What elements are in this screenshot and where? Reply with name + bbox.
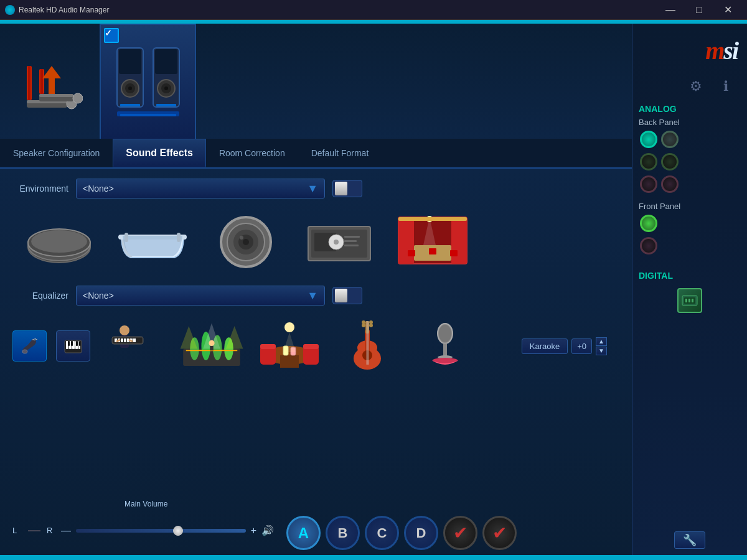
right-sidebar: msi ⚙ ℹ ANALOG Back Panel [632,24,747,560]
env-icon-speaker[interactable] [205,214,286,270]
env-icon-bathtub[interactable] [112,214,193,270]
svg-marker-89 [181,326,198,349]
speaker-icon: 🔊 [261,525,274,536]
volume-row: L R — + 🔊 [12,525,274,536]
check-btn-1[interactable]: ✔ [443,516,477,550]
karaoke-control: Karaoke +0 ▲ ▼ [522,337,607,355]
eq-scene-guitar[interactable] [333,321,402,371]
info-icon-btn[interactable]: ℹ [716,77,736,96]
svg-rect-69 [76,341,78,346]
digital-section: DIGITAL [639,268,741,318]
back-port-green-1[interactable] [640,153,657,170]
svg-rect-98 [260,344,276,349]
environment-row: Environment <None> ▼ [12,179,619,198]
svg-rect-78 [124,338,126,342]
digital-port[interactable] [677,288,702,313]
eq-scene-dj[interactable] [100,321,168,371]
svg-rect-6 [40,69,43,94]
back-panel-row-1 [639,128,741,151]
environment-icon-grid [19,208,619,276]
svg-rect-49 [398,217,414,264]
toggle-thumb [335,182,347,195]
back-port-teal-inactive[interactable] [661,131,679,148]
svg-point-16 [128,86,132,90]
karaoke-value: +0 [571,338,592,354]
tab-sound-effects[interactable]: Sound Effects [113,139,206,167]
env-icon-theater[interactable] [392,214,473,270]
svg-rect-1 [28,66,31,100]
vol-l-label: L [12,526,22,535]
volume-increase-btn[interactable]: + [251,525,256,536]
front-port-pink[interactable] [640,237,657,254]
btn-d[interactable]: D [404,516,438,550]
svg-point-93 [209,340,214,346]
back-port-green-2[interactable] [661,153,679,170]
svg-point-116 [362,324,365,327]
volume-track[interactable] [76,529,246,533]
close-button[interactable]: ✕ [713,0,742,20]
equalizer-dropdown[interactable]: <None> ▼ [76,286,325,306]
main-window: Speaker Configuration Sound Effects Room… [0,24,747,560]
back-port-teal-active[interactable] [640,131,657,148]
minimize-button[interactable]: — [656,0,685,20]
cable-device-icon[interactable] [6,49,96,139]
env-icon-box[interactable] [299,214,380,270]
back-port-pair-pink [640,175,679,193]
karaoke-arrows: ▲ ▼ [596,337,607,355]
front-port-green-active[interactable] [640,215,657,232]
check-btn-2[interactable]: ✔ [482,516,517,550]
eq-mode-piano-btn[interactable] [56,330,90,362]
btn-a[interactable]: A [286,516,321,550]
karaoke-down-arrow[interactable]: ▼ [596,347,607,355]
svg-marker-104 [283,332,296,352]
eq-scene-karaoke[interactable] [411,321,479,371]
svg-point-119 [439,325,451,342]
svg-rect-120 [443,343,447,356]
environment-label: Environment [12,184,68,194]
eq-icon-grid [12,315,479,377]
svg-rect-77 [121,338,123,342]
btn-b[interactable]: B [326,516,360,550]
svg-rect-127 [692,299,693,302]
env-icon-stone[interactable] [19,214,100,270]
settings-icon-btn[interactable]: ⚙ [686,77,706,96]
dropdown-arrow-icon: ▼ [307,182,318,195]
karaoke-up-arrow[interactable]: ▲ [596,337,607,346]
svg-rect-100 [303,344,319,349]
eq-scene-concert[interactable] [177,321,246,371]
svg-rect-53 [429,248,436,254]
tab-room-correction[interactable]: Room Correction [206,139,298,167]
front-port-pair-2 [640,237,657,254]
svg-rect-25 [120,114,176,116]
svg-rect-67 [68,341,70,346]
front-port-pair-1 [640,215,657,232]
tab-speaker-config[interactable]: Speaker Configuration [0,139,113,167]
wrench-button[interactable]: 🔧 [674,531,705,549]
svg-point-58 [22,350,27,353]
speakers-device-icon[interactable] [100,24,196,139]
volume-label: Main Volume [125,500,167,508]
tabs-bar: Speaker Configuration Sound Effects Room… [0,139,632,169]
app-icon [5,5,15,15]
eq-scene-bar[interactable] [255,321,324,371]
main-panel: Environment <None> ▼ [0,169,632,560]
back-port-pink-1[interactable] [640,175,657,193]
equalizer-toggle[interactable] [332,287,362,304]
maximize-button[interactable]: □ [685,0,713,20]
front-panel-row-2 [639,235,741,257]
eq-icons-row: Karaoke +0 ▲ ▼ [12,315,619,377]
volume-decrease-btn[interactable]: — [61,525,71,536]
environment-dropdown[interactable]: <None> ▼ [76,179,325,198]
svg-rect-125 [685,299,687,302]
svg-point-39 [240,236,243,240]
eq-mode-guitar-btn[interactable] [12,330,47,362]
environment-toggle[interactable] [332,180,362,197]
back-port-pink-2[interactable] [661,175,679,193]
svg-rect-94 [210,346,214,350]
front-panel-row-1 [639,212,741,235]
btn-c[interactable]: C [365,516,399,550]
volume-thumb [173,526,183,536]
digital-label: DIGITAL [639,268,741,283]
equalizer-label: Equalizer [12,291,68,301]
tab-default-format[interactable]: Default Format [298,139,382,167]
